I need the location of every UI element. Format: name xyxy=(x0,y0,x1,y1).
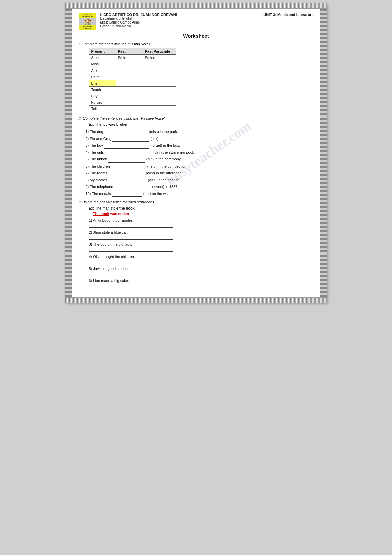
answer-line xyxy=(89,259,173,264)
section-2: II. Complete the sentences using the "Pa… xyxy=(79,116,314,197)
section3-header: III. Write the passive voice for each se… xyxy=(79,200,314,204)
blank-line xyxy=(105,150,148,156)
section3-example-sentence: The man stole the book xyxy=(95,206,135,210)
cell-present: Teach xyxy=(89,87,116,93)
section3-items: 1) Anita bought four apples. 2) Jhon sto… xyxy=(79,218,314,288)
verb-table: Present Past Past Participle Steal Stole… xyxy=(89,48,177,112)
sentence-item: 5) The ribbon (cut) in the ceremony. xyxy=(86,156,314,163)
passive-item: 3) The dog bit the old lady. xyxy=(89,242,314,252)
blank-line xyxy=(108,170,144,176)
col-past: Past xyxy=(116,48,143,55)
section2-sentences: 1) The dog (miss) in the park.2) Pia and… xyxy=(79,129,314,197)
logo-top-text: LICEO ARTISTICO xyxy=(79,14,96,18)
page-header: LICEO ARTISTICO 🏫 JUAN NOE CREVANI LICEO… xyxy=(79,13,314,30)
zigzag-border-right xyxy=(320,9,327,297)
blank-line xyxy=(114,184,151,190)
logo-icon-area: 🏫 xyxy=(79,18,96,25)
answer-line xyxy=(89,283,173,288)
passive-sentence: 1) Anita bought four apples. xyxy=(89,218,314,222)
cell-present: Ask xyxy=(89,67,116,74)
col-participle: Past Participle xyxy=(143,48,176,55)
logo-bot-text: JUAN NOE CREVANI xyxy=(79,25,96,29)
header-school-info: LICEO ARTISTICO DR. JUAN NOE CREVANI Dep… xyxy=(100,13,177,28)
answer-line xyxy=(89,223,173,228)
cell-present: Steal xyxy=(89,55,116,61)
cell-past xyxy=(116,74,143,80)
sentence-item: 2) Pia and Greg (ask) in the test. xyxy=(86,136,314,142)
cell-past xyxy=(116,67,143,74)
sentence-item: 9) The telephone (invent) in 1857. xyxy=(86,184,314,190)
cell-participle xyxy=(143,80,176,87)
cell-present: Tell xyxy=(89,106,116,112)
passive-item: 5) Javi told good stories. xyxy=(89,267,314,276)
section-3: III. Write the passive voice for each se… xyxy=(79,200,314,288)
cell-participle xyxy=(143,106,176,112)
cell-past xyxy=(116,61,143,67)
section3-ex-label: Ex: xyxy=(89,206,95,210)
section3-answer-verb: was stolen xyxy=(110,212,129,216)
zigzag-border-bottom xyxy=(65,297,327,303)
table-row: Miss xyxy=(89,61,176,67)
table-row: Paint xyxy=(89,74,176,80)
blank-line xyxy=(111,164,146,170)
cell-participle xyxy=(143,99,176,106)
sentence-item: 3) The boy (forget) in the bus. xyxy=(86,143,314,149)
passive-item: 4) Oliver taught the children. xyxy=(89,255,314,264)
blank-line xyxy=(108,177,147,183)
section3-answer: The book was stolen xyxy=(89,212,314,216)
grade: Grade: 1° año Medio xyxy=(100,24,177,28)
section1-instruction: Complete the chart with the missing verb… xyxy=(82,42,150,46)
answer-line xyxy=(89,235,173,240)
sentence-item: 1) The dog (miss) in the park. xyxy=(86,129,314,135)
table-row: Ask xyxy=(89,67,176,74)
unit-label: UNIT 3: Music and Literature xyxy=(263,13,313,17)
zigzag-border-top xyxy=(65,3,327,9)
table-row: Teach xyxy=(89,87,176,93)
section2-instruction: Complete the sentences using the "Passiv… xyxy=(83,116,165,120)
cell-participle xyxy=(143,67,176,74)
section1-label: I. xyxy=(79,42,81,46)
passive-item: 2) Jhon stole a blue car. xyxy=(89,230,314,240)
sentence-item: 10) The medals (put) on the wall. xyxy=(86,191,314,197)
header-left: LICEO ARTISTICO DR. JUAN NOE CREVANI Dep… xyxy=(100,13,314,28)
passive-sentence: 5) Javi told good stories. xyxy=(89,267,314,271)
cell-participle xyxy=(143,61,176,67)
cell-past xyxy=(116,106,143,112)
answer-line xyxy=(89,247,173,252)
section2-ex-label: Ex: xyxy=(89,122,95,126)
answer-line xyxy=(89,271,173,276)
table-row: Bite xyxy=(89,80,176,87)
cell-present: Miss xyxy=(89,61,116,67)
table-row: Steal Stole Stolen xyxy=(89,55,176,61)
school-name: LICEO ARTISTICO DR. JUAN NOE CREVANI xyxy=(100,13,177,17)
blank-line xyxy=(112,136,149,142)
zigzag-border-left xyxy=(65,9,72,297)
cell-present: Forget xyxy=(89,99,116,106)
section-1: I. Complete the chart with the missing v… xyxy=(79,42,314,112)
col-present: Present xyxy=(89,48,116,55)
cell-participle xyxy=(143,87,176,93)
blank-line xyxy=(112,191,142,197)
cell-present: Buy xyxy=(89,93,116,99)
table-row: Buy xyxy=(89,93,176,99)
cell-present: Bite xyxy=(89,80,116,87)
cell-participle: Stolen xyxy=(143,55,176,61)
table-row: Tell xyxy=(89,106,176,112)
section2-header: II. Complete the sentences using the "Pa… xyxy=(79,116,314,120)
cell-past: Stole xyxy=(116,55,143,61)
school-logo: LICEO ARTISTICO 🏫 JUAN NOE CREVANI xyxy=(79,13,96,30)
cell-past xyxy=(116,93,143,99)
cell-participle xyxy=(143,74,176,80)
cell-present: Paint xyxy=(89,74,116,80)
passive-item: 1) Anita bought four apples. xyxy=(89,218,314,228)
blank-line xyxy=(104,129,148,135)
section2-example-text: The toy was broken. xyxy=(95,122,129,126)
section2-example: Ex: The toy was broken. xyxy=(89,122,314,126)
passive-sentence: 4) Oliver taught the children. xyxy=(89,255,314,259)
passive-sentence: 2) Jhon stole a blue car. xyxy=(89,230,314,234)
section3-label: III. xyxy=(79,200,83,204)
section3-example: Ex: The man stole the book xyxy=(89,206,314,210)
section1-header: I. Complete the chart with the missing v… xyxy=(79,42,314,46)
passive-sentence: 3) The dog bit the old lady. xyxy=(89,242,314,246)
blank-line xyxy=(104,143,149,149)
